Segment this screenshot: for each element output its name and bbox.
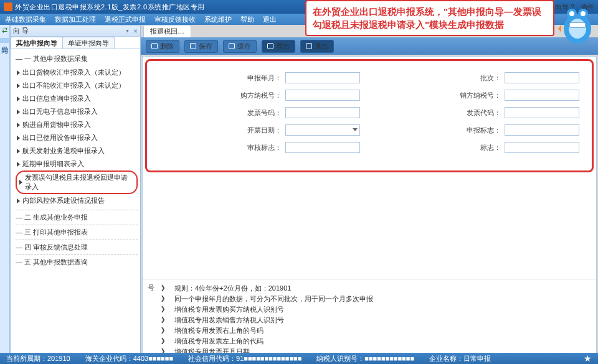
button-label: 导出 [276, 42, 290, 51]
exit-icon [306, 43, 312, 49]
menu-item[interactable]: 系统维护 [204, 15, 232, 24]
field-input[interactable] [285, 142, 360, 153]
form-field: 审核标志： [159, 142, 360, 153]
mascot-icon [558, 0, 597, 46]
tree-item-label: 出口不能收汇申报录入（未认定） [22, 81, 125, 90]
rule-line: 》增值税专用发票左上角的代码 [161, 336, 590, 347]
exit-button[interactable]: 退出 [300, 40, 334, 53]
side-rail: ⇄ 向导 [0, 25, 10, 364]
ram-icon [229, 43, 235, 49]
form-field: 标志： [379, 142, 579, 153]
tree-section[interactable]: — 五 其他申报数据查询 [16, 258, 138, 267]
tree-item[interactable]: 航天发射业务退税申报录入 [16, 144, 138, 157]
tree-item[interactable]: 发票误勾退税且未报退税回退申请录入 [16, 170, 138, 194]
tree-item[interactable]: 出口无电子信息申报录入 [16, 105, 138, 118]
field-input[interactable] [505, 72, 579, 83]
form-field: 发票号码： [159, 107, 360, 118]
tree-item-label: 出口货物收汇申报录入（未认定） [22, 68, 125, 77]
tree-item-label: 购进自用货物申报录入 [22, 120, 91, 129]
tree-item-label: 内部风控体系建设情况报告 [22, 196, 105, 205]
rules-panel: 号 》规则：4位年份+2位月份，如：201901》同一个申报年月的数据，可分为不… [143, 279, 596, 362]
trash-button[interactable]: 删除 [146, 40, 179, 53]
tree-item[interactable]: 购进自用货物申报录入 [16, 118, 138, 131]
bullet-icon: 》 [161, 284, 168, 293]
rule-text: 同一个申报年月的数据，可分为不同批次，用于同一个月多次申报 [174, 294, 373, 304]
form-field: 申报年月： [159, 72, 360, 83]
tree-item-label: 航天发射业务退税申报录入 [22, 146, 105, 156]
field-input[interactable] [285, 124, 360, 136]
tree-item[interactable]: 出口已使用设备申报录入 [16, 131, 138, 144]
form-field: 批次： [379, 72, 579, 83]
field-label: 开票日期： [247, 126, 282, 135]
tree-section[interactable]: — 四 审核反馈信息处理 [16, 243, 138, 252]
tree-section[interactable]: — 三 打印其他申报报表 [16, 228, 138, 237]
tree-item[interactable]: 内部风控体系建设情况报告 [16, 194, 138, 207]
status-period: 当前所属期：201910 [6, 354, 70, 363]
document-tab[interactable]: 报退税回… [143, 25, 191, 37]
rule-line: 》规则：4位年份+2位月份，如：201901 [161, 283, 590, 294]
status-tax: 纳税人识别号：■■■■■■■■■■■■ [316, 354, 414, 363]
field-input[interactable] [505, 142, 579, 153]
button-label: 退出 [315, 42, 328, 51]
toolbar: 删除保存缓存导出退出 [141, 37, 598, 55]
field-input[interactable] [285, 72, 360, 83]
field-label: 批次： [480, 73, 501, 83]
annotation-callout: 在外贸企业出口退税申报系统，"其他申报向导—发票误勾退税且未报退税申请录入"模块… [305, 0, 554, 36]
panel-controls[interactable]: ▾ ✕ [125, 27, 138, 35]
tree-item[interactable]: 出口信息查询申报录入 [16, 92, 138, 105]
rules-left-label: 号 [148, 283, 154, 292]
tab-doc-wizard[interactable]: 单证申报向导 [62, 37, 115, 49]
status-customs: 海关企业代码：4403■■■■■■ [85, 354, 173, 363]
form-area: 申报年月：批次：购方纳税号：销方纳税号：发票号码：发票代码：开票日期：申报标志：… [145, 59, 594, 172]
field-input[interactable] [505, 107, 579, 118]
statusbar: 当前所属期：201910 海关企业代码：4403■■■■■■ 社会信用代码：91… [0, 353, 598, 364]
menu-item[interactable]: 审核反馈接收 [154, 15, 196, 24]
tree-item[interactable]: 出口不能收汇申报录入（未认定） [16, 79, 138, 92]
field-input[interactable] [505, 90, 579, 101]
menu-item[interactable]: 帮助 [240, 15, 254, 24]
tree-item-label: 出口信息查询申报录入 [22, 94, 91, 103]
menu-item[interactable]: 退出 [263, 15, 277, 24]
arrow-icon [17, 110, 20, 114]
tree-item-label: 出口已使用设备申报录入 [22, 133, 98, 142]
bullet-icon: 》 [161, 315, 168, 325]
arrow-icon [17, 162, 20, 167]
form-field: 申报标志： [379, 124, 579, 136]
tree-group-1[interactable]: — 一 其他申报数据采集 [16, 54, 138, 63]
arrow-icon [17, 70, 20, 75]
form-field: 销方纳税号： [379, 90, 579, 101]
panel-header: 向 导 ▾ ✕ [11, 26, 140, 37]
rule-text: 增值税专用发票销售方纳税人识别号 [174, 315, 284, 325]
save-button[interactable]: 保存 [184, 40, 218, 53]
button-label: 删除 [160, 42, 174, 51]
wizard-panel: 向 导 ▾ ✕ 其他申报向导 单证申报向导 — 一 其他申报数据采集 出口货物收… [10, 25, 141, 364]
menu-item[interactable]: 数据加工处理 [55, 15, 96, 24]
tree-item[interactable]: 出口货物收汇申报录入（未认定） [16, 66, 138, 79]
menu-item[interactable]: 基础数据采集 [5, 15, 46, 24]
rule-line: 》增值税专用发票销售方纳税人识别号 [161, 315, 590, 325]
tree-item[interactable]: 延期申报明细表录入 [16, 157, 138, 170]
field-label: 销方纳税号： [460, 91, 501, 100]
save-icon [190, 43, 196, 49]
ram-button[interactable]: 缓存 [223, 40, 257, 53]
main-area: 在外贸企业出口退税申报系统，"其他申报向导—发票误勾退税且未报退税申请录入"模块… [141, 25, 598, 364]
field-label: 标志： [480, 143, 501, 152]
rule-line: 》增值税专用发票购买方纳税人识别号 [161, 304, 590, 315]
menu-item[interactable]: 退税正式申报 [105, 15, 146, 24]
field-input[interactable] [505, 124, 579, 136]
form-field: 购方纳税号： [159, 90, 360, 101]
side-rail-tab[interactable]: 向导 [0, 38, 11, 43]
svg-point-1 [569, 19, 586, 39]
tree-item-label: 延期申报明细表录入 [22, 159, 84, 169]
panel-title: 向 导 [13, 26, 29, 35]
svg-point-4 [569, 11, 574, 16]
tab-other-wizard[interactable]: 其他申报向导 [11, 37, 63, 49]
rule-text: 增值税专用发票购买方纳税人识别号 [174, 305, 284, 314]
status-star-icon: ★ [584, 353, 592, 363]
export-button[interactable]: 导出 [262, 40, 295, 53]
tree-section[interactable]: — 二 生成其他业务申报 [16, 213, 138, 222]
field-input[interactable] [285, 90, 360, 101]
status-name: 企业名称：日常申报 [429, 354, 491, 363]
tree-item-label: 出口无电子信息申报录入 [22, 107, 98, 116]
field-input[interactable] [285, 107, 360, 118]
